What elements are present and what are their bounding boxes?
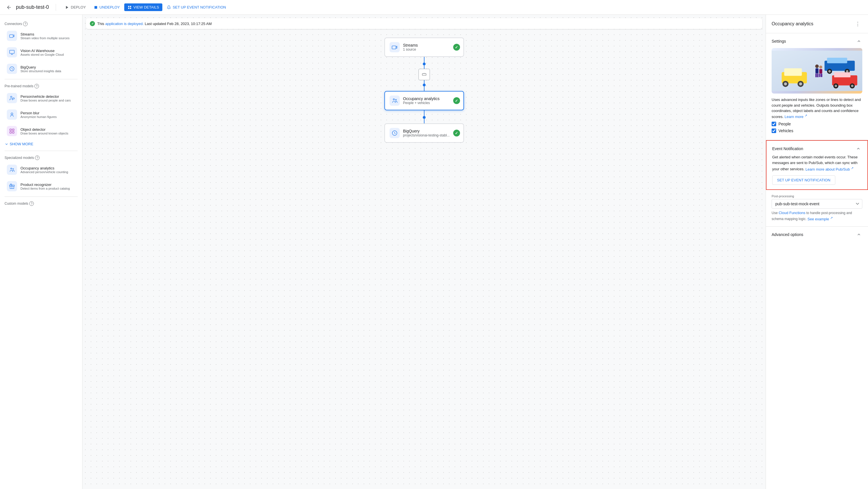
sidebar-item-vision-ai-warehouse[interactable]: Vision AI Warehouse Assets stored on Goo…	[2, 44, 80, 60]
svg-point-33	[828, 70, 831, 72]
svg-point-39	[835, 85, 837, 87]
svg-rect-6	[10, 35, 13, 37]
view-details-button[interactable]: VIEW DETAILS	[124, 3, 162, 11]
svg-point-11	[11, 113, 13, 115]
svg-point-27	[784, 83, 787, 86]
advanced-options-title: Advanced options	[772, 232, 803, 237]
custom-models-help-icon[interactable]: ?	[29, 201, 34, 206]
svg-rect-43	[815, 68, 818, 73]
flow-streams-title: Streams	[403, 43, 418, 48]
setup-event-notification-button[interactable]: SET UP EVENT NOTIFICATION	[163, 3, 229, 11]
flow-node-occupancy[interactable]: Occupancy analytics People + vehicles	[384, 91, 464, 110]
bigquery-icon	[7, 64, 17, 74]
connector-1	[418, 57, 430, 91]
svg-rect-19	[422, 73, 426, 75]
svg-point-29	[799, 83, 802, 86]
deployed-link[interactable]: application is deployed.	[105, 22, 144, 26]
sidebar-item-occupancy-analytics[interactable]: Occupancy analytics Advanced person/vehi…	[2, 162, 80, 178]
see-example-link[interactable]: See example ↗	[807, 217, 833, 221]
vehicles-label: Vehicles	[778, 128, 793, 133]
sidebar-item-bigquery[interactable]: BigQuery Store structured insights data	[2, 61, 80, 77]
person-vehicle-detector-icon	[7, 93, 17, 103]
vision-ai-warehouse-desc: Assets stored on Google Cloud	[21, 53, 64, 56]
preview-image	[772, 48, 862, 94]
object-detector-icon	[7, 126, 17, 136]
event-notification-section: Event Notification Get alerted when cert…	[766, 140, 868, 190]
flow-node-bigquery[interactable]: BigQuery projects/visionai-testing-stabl…	[384, 123, 464, 143]
svg-rect-4	[128, 8, 129, 9]
flow-node-streams[interactable]: Streams 1 source	[384, 37, 464, 57]
sidebar-item-streams[interactable]: Streams Stream video from multiple sourc…	[2, 28, 80, 44]
learn-more-pubsub-link[interactable]: Learn more about Pub/Sub ↗	[805, 167, 854, 172]
svg-marker-0	[66, 6, 68, 9]
topbar: pub-sub-test-0 DEPLOY UNDEPLOY VIEW DETA…	[0, 0, 868, 15]
sidebar-item-object-detector[interactable]: Object detector Draw boxes around known …	[2, 123, 80, 139]
back-button[interactable]	[5, 3, 14, 12]
sidebar-item-person-blur[interactable]: Person blur Anonymize human figures	[2, 106, 80, 123]
vision-ai-warehouse-label: Vision AI Warehouse	[21, 49, 64, 53]
vehicles-checkbox[interactable]	[772, 128, 776, 133]
panel-more-button[interactable]: ⋮	[853, 19, 862, 28]
sidebar-item-person-vehicle-detector[interactable]: Person/vehicle detector Draw boxes aroun…	[2, 90, 80, 106]
post-processing-select[interactable]: pub-sub-test-mock-event option-2	[772, 199, 862, 209]
transform-box	[418, 69, 430, 80]
product-recognizer-icon	[7, 181, 17, 191]
sidebar-item-product-recognizer[interactable]: Product recognizer Detect items from a p…	[2, 178, 80, 194]
person-blur-desc: Anonymize human figures	[21, 115, 57, 119]
cloud-functions-link[interactable]: Cloud Functions	[779, 211, 805, 215]
settings-section: Settings	[766, 33, 868, 140]
person-blur-icon	[7, 110, 17, 120]
svg-point-41	[851, 85, 854, 87]
status-indicator	[90, 21, 95, 26]
pretrained-help-icon[interactable]: ?	[34, 84, 39, 88]
learn-more-link[interactable]: Learn more ↗	[785, 115, 807, 119]
post-processing-description: Use Cloud Functions to handle post-proce…	[772, 210, 862, 222]
vehicles-checkbox-row: Vehicles	[772, 128, 862, 133]
svg-point-20	[393, 99, 394, 100]
svg-rect-13	[12, 129, 14, 131]
svg-point-46	[819, 65, 822, 68]
main-layout: Connectors ? Streams Stream video from m…	[0, 15, 868, 489]
specialized-help-icon[interactable]: ?	[35, 155, 39, 160]
svg-rect-18	[392, 46, 396, 49]
flow-occupancy-icon	[390, 95, 400, 106]
show-more-button[interactable]: SHOW MORE	[0, 140, 82, 148]
event-notification-header: Event Notification	[772, 145, 862, 152]
advanced-options-collapse-button[interactable]	[856, 231, 862, 238]
event-notification-collapse-button[interactable]	[855, 145, 862, 152]
person-vehicle-detector-desc: Draw boxes around people and cars	[21, 99, 71, 102]
bigquery-label: BigQuery	[21, 65, 61, 69]
flow-occupancy-title: Occupancy analytics	[403, 96, 439, 101]
people-checkbox[interactable]	[772, 122, 776, 126]
people-checkbox-row: People	[772, 122, 862, 126]
setup-event-notification-panel-button[interactable]: SET UP EVENT NOTIFICATION	[772, 176, 835, 185]
right-panel: Occupancy analytics ⋮ Settings	[766, 15, 868, 489]
product-recognizer-desc: Detect items from a product catalog	[21, 187, 70, 190]
undeploy-button[interactable]: UNDEPLOY	[90, 3, 123, 11]
person-vehicle-detector-label: Person/vehicle detector	[21, 94, 71, 99]
status-bar: This application is deployed. Last updat…	[86, 18, 762, 29]
deploy-button[interactable]: DEPLOY	[62, 3, 89, 11]
flow-bigquery-check	[453, 130, 460, 136]
settings-collapse-button[interactable]	[856, 38, 862, 44]
sidebar: Connectors ? Streams Stream video from m…	[0, 15, 83, 489]
advanced-options-header: Advanced options	[772, 231, 862, 238]
panel-title: Occupancy analytics	[772, 21, 813, 26]
specialized-section-title: Specialized models ?	[0, 153, 82, 161]
connector-2	[423, 110, 426, 123]
svg-point-17	[13, 169, 14, 170]
connectors-section-title: Connectors ?	[0, 19, 82, 27]
occupancy-analytics-label: Occupancy analytics	[21, 166, 68, 170]
panel-header: Occupancy analytics ⋮	[766, 15, 868, 33]
advanced-options-section: Advanced options	[766, 226, 868, 243]
connectors-help-icon[interactable]: ?	[23, 22, 28, 26]
event-notification-title: Event Notification	[772, 146, 803, 151]
svg-rect-1	[94, 6, 97, 8]
svg-rect-48	[819, 73, 820, 77]
post-processing-label: Post-processing	[772, 194, 862, 198]
svg-point-42	[815, 64, 818, 68]
svg-rect-5	[130, 8, 131, 9]
svg-rect-45	[817, 73, 818, 77]
svg-point-9	[10, 96, 12, 97]
flow-bigquery-title: BigQuery	[403, 129, 450, 133]
